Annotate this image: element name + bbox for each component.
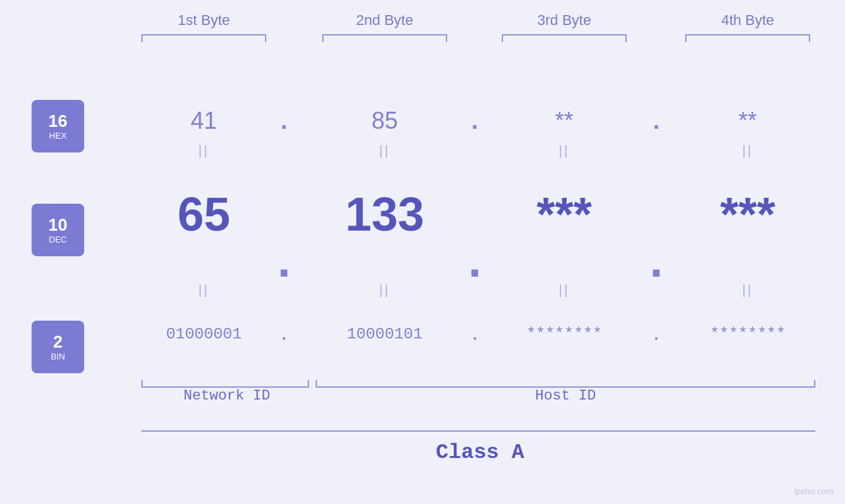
- eq1-byte1: ||: [199, 143, 209, 158]
- hex-byte3: **: [555, 107, 573, 135]
- hex-badge-label: HEX: [49, 131, 67, 141]
- bin-byte3: ********: [526, 325, 602, 343]
- bin-badge: 2 BIN: [32, 321, 84, 373]
- eq1-byte3: ||: [559, 143, 569, 158]
- byte3-header: 3rd Byte: [537, 12, 591, 29]
- byte1-header: 1st Byte: [178, 12, 229, 29]
- eq2-byte3: ||: [559, 283, 569, 298]
- watermark: ipshu.com: [794, 486, 833, 496]
- bin-byte2: 10000101: [347, 325, 422, 343]
- byte2-header: 2nd Byte: [356, 12, 414, 29]
- hex-byte4: **: [738, 107, 757, 135]
- byte4-top-bracket: [685, 34, 810, 42]
- bin-byte1: 01000001: [166, 325, 241, 343]
- dec-badge-number: 10: [49, 216, 68, 235]
- network-id-label: Network ID: [183, 388, 270, 404]
- eq2-byte2: ||: [379, 283, 390, 298]
- byte4-header: 4th Byte: [721, 12, 775, 29]
- host-id-bracket: [316, 380, 815, 388]
- network-id-bracket: [141, 380, 309, 388]
- page-wrapper: 1st Byte 2nd Byte 3rd Byte 4th Byte 16 H…: [0, 0, 845, 504]
- eq2-byte4: ||: [742, 283, 753, 298]
- dec-badge-label: DEC: [49, 235, 66, 244]
- bin-dot3: .: [654, 325, 659, 344]
- bin-badge-label: BIN: [51, 352, 65, 361]
- bin-byte4: ********: [710, 325, 785, 343]
- dec-byte3: ***: [537, 187, 592, 241]
- dec-byte4: ***: [720, 187, 775, 241]
- dec-dot2: .: [468, 233, 481, 287]
- hex-badge: 16 HEX: [32, 100, 84, 152]
- class-bracket: [141, 430, 815, 432]
- byte1-top-bracket: [141, 34, 266, 42]
- hex-badge-number: 16: [49, 112, 68, 131]
- eq1-byte2: ||: [379, 143, 390, 158]
- hex-byte2: 85: [372, 107, 398, 135]
- dec-byte1: 65: [178, 187, 230, 241]
- byte2-top-bracket: [322, 34, 447, 42]
- eq2-byte1: ||: [199, 283, 209, 298]
- host-id-label: Host ID: [535, 388, 596, 404]
- hex-dot1: .: [281, 107, 287, 135]
- dec-badge: 10 DEC: [32, 204, 84, 256]
- bin-dot1: .: [282, 325, 287, 344]
- eq1-byte4: ||: [742, 143, 753, 158]
- bin-dot2: .: [473, 325, 477, 344]
- dec-byte2: 133: [345, 187, 424, 241]
- hex-dot3: .: [653, 107, 660, 135]
- dec-dot1: .: [278, 233, 291, 287]
- dec-dot3: .: [650, 233, 663, 287]
- class-label: Class A: [436, 440, 524, 465]
- hex-dot2: .: [471, 107, 478, 135]
- bin-badge-number: 2: [53, 332, 62, 352]
- hex-byte1: 41: [191, 107, 217, 135]
- byte3-top-bracket: [502, 34, 627, 42]
